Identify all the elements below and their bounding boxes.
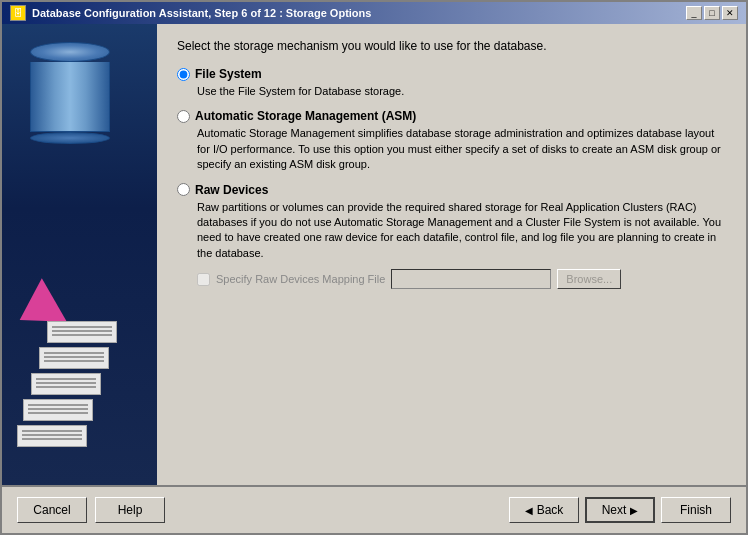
back-arrow-icon: ◀: [525, 505, 533, 516]
finish-button[interactable]: Finish: [661, 497, 731, 523]
raw-devices-description: Raw partitions or volumes can provide th…: [197, 200, 726, 262]
raw-devices-mapping-label: Specify Raw Devices Mapping File: [216, 273, 385, 285]
option-asm: Automatic Storage Management (ASM) Autom…: [177, 109, 726, 172]
title-bar-left: 🗄 Database Configuration Assistant, Step…: [10, 5, 371, 21]
next-button[interactable]: Next ▶: [585, 497, 655, 523]
raw-devices-mapping-input[interactable]: [391, 269, 551, 289]
left-panel: [2, 24, 157, 485]
instruction-text: Select the storage mechanism you would l…: [177, 39, 726, 53]
title-controls: _ □ ✕: [686, 6, 738, 20]
maximize-button[interactable]: □: [704, 6, 720, 20]
browse-button[interactable]: Browse...: [557, 269, 621, 289]
help-button[interactable]: Help: [95, 497, 165, 523]
raw-devices-mapping-row: Specify Raw Devices Mapping File Browse.…: [197, 269, 726, 289]
raw-devices-mapping-checkbox[interactable]: [197, 273, 210, 286]
option-raw-devices: Raw Devices Raw partitions or volumes ca…: [177, 183, 726, 290]
raw-devices-radio[interactable]: [177, 183, 190, 196]
window-icon: 🗄: [10, 5, 26, 21]
main-window: 🗄 Database Configuration Assistant, Step…: [0, 0, 748, 535]
database-cylinder-icon: [30, 42, 110, 144]
asm-radio[interactable]: [177, 110, 190, 123]
file-system-label[interactable]: File System: [195, 67, 262, 81]
next-arrow-icon: ▶: [630, 505, 638, 516]
file-system-description: Use the File System for Database storage…: [197, 84, 726, 99]
paper-stack: [17, 321, 152, 450]
file-system-radio[interactable]: [177, 68, 190, 81]
asm-label[interactable]: Automatic Storage Management (ASM): [195, 109, 416, 123]
raw-devices-label[interactable]: Raw Devices: [195, 183, 268, 197]
title-bar: 🗄 Database Configuration Assistant, Step…: [2, 2, 746, 24]
content-area: Select the storage mechanism you would l…: [2, 24, 746, 485]
right-panel: Select the storage mechanism you would l…: [157, 24, 746, 485]
asm-description: Automatic Storage Management simplifies …: [197, 126, 726, 172]
cancel-button[interactable]: Cancel: [17, 497, 87, 523]
option-file-system: File System Use the File System for Data…: [177, 67, 726, 99]
back-button[interactable]: ◀ Back: [509, 497, 579, 523]
close-button[interactable]: ✕: [722, 6, 738, 20]
window-title: Database Configuration Assistant, Step 6…: [32, 7, 371, 19]
bottom-bar: Cancel Help ◀ Back Next ▶ Finish: [2, 485, 746, 533]
minimize-button[interactable]: _: [686, 6, 702, 20]
navigation-buttons: ◀ Back Next ▶ Finish: [509, 497, 731, 523]
